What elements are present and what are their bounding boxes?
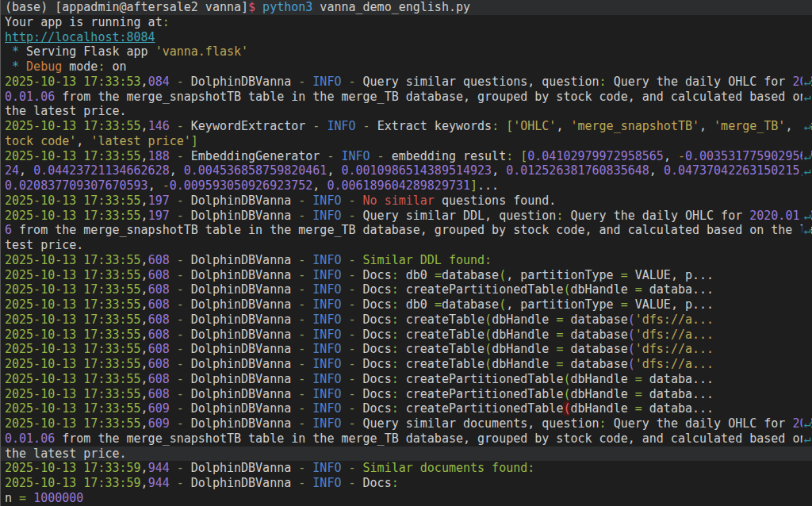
terminal-text-segment: , [141, 282, 148, 297]
terminal-text-segment: DolphinDBVanna [191, 401, 291, 416]
terminal-text-segment: : [392, 372, 399, 386]
terminal-text-segment: 2025-10-13 17:33:55 [5, 297, 141, 312]
terminal-text-segment: 'dfs://a... [635, 312, 714, 327]
terminal-text-segment: dbHandle [570, 401, 634, 416]
terminal-text-segment: 608 [148, 282, 170, 297]
terminal-text-segment: INFO [312, 387, 341, 401]
line-wrap-icon: ↵ [802, 119, 811, 134]
terminal-text-segment: databa... [642, 282, 714, 297]
terminal-text-segment: ( [485, 328, 492, 342]
terminal-text-segment: DolphinDBVanna [191, 282, 291, 297]
terminal-text-segment: - [291, 253, 312, 267]
terminal-text-segment: , [141, 268, 148, 282]
terminal-text-segment: , [141, 297, 148, 312]
terminal-text-segment: = [621, 297, 628, 312]
terminal-text-segment: dbHandle [492, 328, 556, 342]
terminal-text-segment: 'dfs://a... [635, 357, 714, 371]
terminal-text-segment: ( [485, 342, 492, 356]
terminal-text-segment: Docs [363, 342, 392, 356]
terminal-text-segment: INFO [312, 209, 341, 223]
terminal-text-segment: 608 [148, 387, 170, 401]
terminal-text-segment: , [312, 178, 327, 193]
terminal-text-segment: database [563, 328, 627, 342]
terminal-line: n = 1000000 [1, 491, 812, 506]
terminal-text-segment: - [341, 461, 362, 475]
terminal-text-segment: - [678, 149, 685, 163]
terminal-text-segment: 146 [148, 119, 170, 133]
terminal-text-segment: 2025-10-13 17:33:55 [5, 357, 141, 371]
terminal-text-segment: 2025-10-13 17:33:55 [5, 416, 141, 431]
terminal-output[interactable]: (base) [appadmin@aftersale2 vanna]$ pyth… [0, 0, 812, 506]
terminal-text-segment: embedding result [392, 149, 507, 163]
terminal-text-segment: 2025-10-13 17:33:55 [5, 194, 141, 208]
terminal-text-segment: 2025-10-13 17:33:55 [5, 209, 141, 223]
terminal-text-segment: , [76, 134, 90, 148]
terminal-text-segment: INFO [341, 149, 370, 163]
terminal-text-segment: - [291, 387, 312, 401]
terminal-line: 2025-10-13 17:33:55,188 - EmbeddingGener… [1, 149, 812, 164]
terminal-text-segment: : [392, 357, 399, 371]
terminal-text-segment: createTable [399, 328, 485, 342]
terminal-text-segment: 0.04102979972958565 [527, 149, 664, 163]
terminal-text-segment: DolphinDBVanna [191, 387, 291, 401]
terminal-text-segment: ( [485, 312, 492, 327]
terminal-line: 2025-10-13 17:33:55,608 - DolphinDBVanna… [1, 312, 812, 328]
terminal-text-segment: db0 [399, 268, 435, 282]
terminal-line: 2025-10-13 17:33:55,608 - DolphinDBVanna… [1, 357, 812, 372]
terminal-text-segment: dbHandle [570, 387, 634, 401]
terminal-text-segment: = [435, 297, 442, 312]
terminal-text-segment: 2025-10-13 17:33:55 [5, 328, 141, 342]
terminal-text-segment: , [556, 119, 570, 133]
terminal-text-segment: INFO [312, 416, 341, 431]
terminal-text-segment: Docs [363, 282, 392, 297]
terminal-text-segment: - [291, 416, 312, 431]
terminal-text-segment: - [341, 297, 362, 312]
terminal-text-segment: - [291, 194, 312, 208]
terminal-text-segment: INFO [312, 312, 341, 327]
terminal-line: http://localhost:8084 [1, 30, 812, 45]
terminal-text-segment: - [291, 328, 312, 342]
terminal-text-segment: 608 [148, 312, 170, 327]
terminal-text-segment: 2025-10-13 17:33:55 [5, 268, 141, 282]
terminal-text-segment: 2025-10-13 17:33:55 [5, 342, 141, 356]
terminal-text-segment: - [170, 387, 191, 401]
terminal-text-segment: - [341, 209, 362, 223]
terminal-text-segment: tock code' [5, 134, 76, 148]
terminal-text-segment: 0.006189604289829731 [327, 178, 470, 193]
terminal-text-segment: Query the daily OHLC for [607, 75, 793, 89]
terminal-text-segment: 944 [148, 461, 170, 475]
terminal-text-segment: : [392, 387, 399, 401]
terminal-text-segment [255, 0, 262, 14]
terminal-text-segment: INFO [312, 282, 341, 297]
terminal-text-segment: - [370, 149, 392, 163]
localhost-link[interactable]: http://localhost:8084 [5, 30, 155, 44]
terminal-text-segment: questions found. [435, 194, 557, 208]
terminal-text-segment: DolphinDBVanna [191, 209, 291, 223]
terminal-line: * Debug mode: on [1, 59, 812, 75]
terminal-line: 2025-10-13 17:33:55,608 - DolphinDBVanna… [1, 387, 812, 402]
terminal-text-segment: INFO [312, 461, 341, 475]
terminal-text-segment: 2025-10-13 17:33:55 [5, 312, 141, 327]
terminal-text-segment: - [341, 312, 362, 327]
terminal-text-segment: mode [62, 59, 98, 74]
terminal-text-segment: 0.01.06 [5, 90, 55, 104]
terminal-text-segment: DolphinDBVanna [191, 297, 291, 312]
terminal-text-segment: INFO [312, 253, 341, 267]
terminal-text-segment: , [141, 416, 148, 431]
terminal-text-segment: createPartitionedTable [399, 282, 564, 297]
terminal-line: 2025-10-13 17:33:59,944 - DolphinDBVanna… [1, 461, 812, 476]
terminal-text-segment: , [141, 209, 148, 223]
terminal-text-segment: - [356, 119, 377, 133]
terminal-text-segment: createTable [399, 342, 485, 356]
terminal-text-segment: - [291, 297, 312, 312]
line-wrap-icon: ↵ [802, 75, 811, 90]
terminal-line: 0.01.06 from the merge_snapshotTB table … [1, 90, 812, 105]
terminal-text-segment: : [599, 416, 607, 431]
terminal-line: the latest price. [1, 447, 812, 462]
terminal-text-segment: 0.01.06 [5, 431, 55, 446]
terminal-text-segment: 608 [148, 253, 170, 267]
terminal-text-segment: from the merge_snapshotTB table in the m… [55, 90, 812, 104]
terminal-text-segment: - [341, 357, 362, 371]
terminal-text-segment: - [341, 401, 362, 416]
terminal-text-segment: - [170, 476, 191, 490]
